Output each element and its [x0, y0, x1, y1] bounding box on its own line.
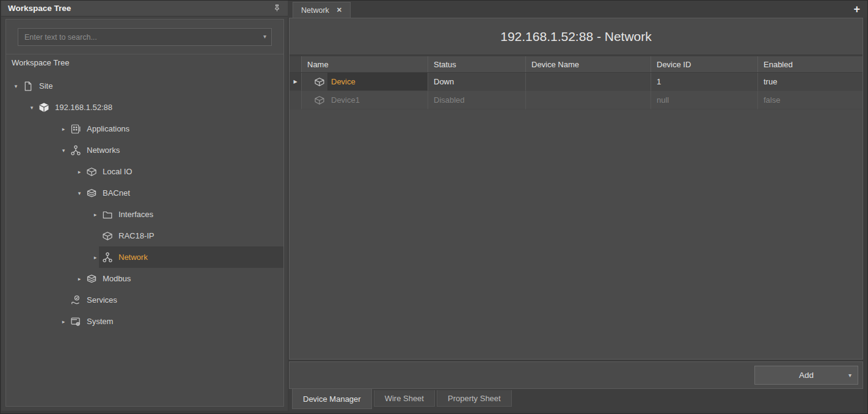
device-table-header: Name Status Device Name Device ID Enable…: [290, 56, 863, 73]
chevron-down-icon[interactable]: ▾: [848, 372, 852, 379]
workspace-tree-body: ▾ Workspace Tree ▾Site▾192.168.1.52:88▸A…: [5, 19, 284, 407]
name-highlight: Device: [327, 73, 428, 91]
selected-row-pointer-icon: ▶: [293, 79, 297, 84]
cell-device-name[interactable]: [526, 91, 651, 109]
device-name-text: Device1: [331, 95, 360, 105]
cell-status[interactable]: Disabled: [428, 91, 526, 109]
view-tab-device-manager[interactable]: Device Manager: [292, 389, 372, 409]
workspace-tree: ▾Site▾192.168.1.52:88▸Applications▾Netwo…: [6, 70, 283, 332]
tree-item-system[interactable]: ▸System: [6, 311, 283, 332]
add-button-label: Add: [799, 371, 814, 380]
new-tab-button[interactable]: +: [853, 2, 860, 16]
tree-node: RAC18-IP: [99, 225, 283, 246]
chevron-down-icon[interactable]: ▾: [263, 33, 266, 40]
chevron-right-icon[interactable]: ▸: [76, 169, 83, 175]
workspace-tree-panel-header: Workspace Tree: [1, 1, 288, 17]
tree-item-rac18-ip[interactable]: RAC18-IP: [6, 225, 283, 246]
device-manager-view: 192.168.1.52:88 - Network Name Status De…: [289, 18, 863, 360]
tree-item-label: Services: [87, 295, 117, 305]
chevron-right-icon[interactable]: ▸: [92, 254, 99, 261]
cell-enabled[interactable]: false: [758, 91, 863, 109]
table-row[interactable]: Device1Disablednullfalse: [290, 91, 863, 109]
main-panel: Network ✕ + 192.168.1.52:88 - Network Na…: [288, 1, 867, 413]
view-tab-strip: Device ManagerWire SheetProperty Sheet: [289, 389, 863, 412]
chevron-right-icon[interactable]: ▸: [60, 126, 67, 132]
view-tab-wire-sheet[interactable]: Wire Sheet: [374, 390, 435, 407]
tree-item-interfaces[interactable]: ▸Interfaces: [6, 204, 283, 225]
close-icon[interactable]: ✕: [337, 6, 342, 14]
tree-item-bacnet[interactable]: ▾BACnet: [6, 182, 283, 204]
column-header-enabled[interactable]: Enabled: [758, 56, 863, 72]
tree-item-modbus[interactable]: ▸Modbus: [6, 268, 283, 289]
cell-name[interactable]: Device1: [302, 91, 428, 109]
add-button[interactable]: Add ▾: [754, 366, 858, 385]
column-header-device-id[interactable]: Device ID: [651, 56, 758, 72]
tree-node: BACnet: [83, 182, 283, 204]
services-icon: [70, 295, 81, 306]
search-box: ▾: [18, 28, 272, 46]
tree-item-label: RAC18-IP: [119, 231, 155, 240]
tab-label: Network: [301, 6, 329, 15]
column-header-name[interactable]: Name: [302, 56, 428, 72]
network-icon: [102, 252, 113, 263]
tree-item-label: Interfaces: [119, 210, 153, 219]
tree-node: Site: [20, 75, 283, 97]
cell-enabled[interactable]: true: [758, 73, 863, 91]
system-icon: [70, 316, 81, 327]
tree-node: Network: [99, 246, 283, 268]
chevron-down-icon[interactable]: ▾: [76, 190, 83, 196]
tree-item-site[interactable]: ▾Site: [6, 75, 283, 97]
tree-node: Networks: [67, 139, 283, 161]
cell-name[interactable]: Device: [302, 73, 428, 91]
panel-title: Workspace Tree: [8, 4, 71, 13]
cell-device-name[interactable]: [526, 73, 651, 91]
chevron-down-icon[interactable]: ▾: [60, 147, 67, 153]
tab-network[interactable]: Network ✕: [293, 2, 351, 18]
chevron-right-icon[interactable]: ▸: [92, 212, 99, 218]
pin-icon[interactable]: [272, 4, 282, 13]
folder-icon: [102, 209, 113, 220]
tree-item-label: Modbus: [103, 274, 131, 283]
tree-item-label: Local IO: [103, 167, 132, 176]
io-device-icon: [314, 95, 325, 106]
app-window: Workspace Tree ▾ Workspace Tree ▾Site▾19…: [0, 0, 868, 414]
tree-item-label: 192.168.1.52:88: [55, 103, 112, 112]
tree-item-networks[interactable]: ▾Networks: [6, 139, 283, 161]
tree-item-label: Applications: [87, 124, 129, 133]
tree-node: Applications: [67, 118, 283, 139]
cell-device-id[interactable]: null: [651, 91, 758, 109]
page-title: 192.168.1.52:88 - Network: [290, 18, 863, 56]
io-device-icon: [86, 166, 97, 177]
table-row[interactable]: ▶DeviceDown1true: [290, 73, 863, 91]
tree-item-192-168-1-52-88[interactable]: ▾192.168.1.52:88: [6, 97, 283, 118]
tree-node: Modbus: [83, 268, 283, 289]
stack-icon: [86, 188, 97, 199]
chevron-right-icon[interactable]: ▸: [76, 276, 83, 282]
action-bar: Add ▾: [289, 361, 863, 389]
column-header-status[interactable]: Status: [428, 56, 526, 72]
search-input[interactable]: [18, 28, 272, 46]
cell-device-id[interactable]: 1: [651, 73, 758, 91]
stack-icon: [86, 273, 97, 284]
document-tab-strip: Network ✕ +: [288, 1, 867, 18]
tree-item-label: BACnet: [103, 188, 130, 198]
chevron-down-icon[interactable]: ▾: [28, 105, 35, 111]
row-header-cell[interactable]: [290, 91, 302, 109]
chevron-right-icon[interactable]: ▸: [60, 319, 67, 325]
chevron-down-icon[interactable]: ▾: [12, 83, 20, 89]
device-name-text: Device: [331, 77, 356, 86]
tree-node: Local IO: [83, 161, 283, 182]
column-header-device-name[interactable]: Device Name: [526, 56, 651, 72]
workspace-tree-panel: Workspace Tree ▾ Workspace Tree ▾Site▾19…: [1, 1, 288, 411]
tree-section-label: Workspace Tree: [6, 54, 283, 70]
tree-item-label: Site: [39, 81, 53, 91]
device-table: Name Status Device Name Device ID Enable…: [290, 56, 863, 359]
tree-item-local-io[interactable]: ▸Local IO: [6, 161, 283, 182]
row-header-corner: [290, 56, 302, 72]
tree-item-applications[interactable]: ▸Applications: [6, 118, 283, 139]
view-tab-property-sheet[interactable]: Property Sheet: [437, 390, 512, 407]
cell-status[interactable]: Down: [428, 73, 526, 91]
row-header-cell[interactable]: ▶: [290, 73, 302, 91]
tree-item-services[interactable]: Services: [6, 289, 283, 311]
tree-item-network[interactable]: ▸Network: [6, 246, 283, 268]
